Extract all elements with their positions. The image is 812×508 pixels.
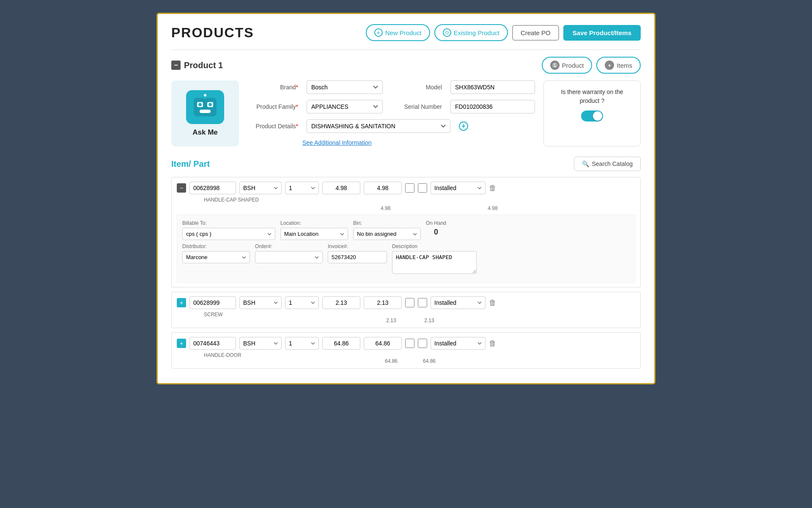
spacer3 — [190, 358, 372, 364]
distributor-select[interactable]: Marcone — [182, 251, 250, 263]
items-btn-label: Items — [617, 62, 632, 69]
add-details-button[interactable]: + — [459, 121, 468, 131]
new-product-button[interactable]: + New Product — [366, 24, 430, 41]
item-3-price2-input[interactable] — [364, 337, 402, 350]
item-2-delete-button[interactable]: 🗑 — [489, 298, 497, 307]
search-catalog-icon: 🔍 — [582, 160, 589, 167]
model-label: Model — [391, 84, 442, 91]
product-title-area: − Product 1 — [171, 61, 223, 70]
distributor-label: Distributor: — [182, 243, 250, 249]
invoice-input[interactable] — [328, 251, 387, 263]
family-select[interactable]: APPLIANCES — [307, 100, 383, 113]
create-po-label: Create PO — [521, 29, 551, 36]
header: PRODUCTS + New Product ⊙ Existing Produc… — [171, 24, 641, 41]
item-1-label: HANDLE-CAP SHAPED — [204, 197, 259, 203]
item-3-p1-sub: 64.86 — [372, 358, 410, 364]
svg-point-4 — [208, 103, 212, 106]
item-3-brand-select[interactable]: BSH — [239, 337, 282, 350]
order-select[interactable] — [255, 251, 323, 263]
item-row-3: + BSH 1 Installed Returned Used 🗑 HANDLE… — [171, 332, 641, 369]
item-1-price-subs: 4.98 4.98 — [190, 205, 635, 211]
item-2-expand-button[interactable]: + — [177, 298, 186, 307]
order-field: Order#: — [255, 243, 323, 263]
see-additional-row: See Additional Information — [247, 139, 535, 146]
item-part-header: Item/ Part 🔍 Search Catalog — [171, 157, 641, 171]
serial-input[interactable] — [450, 100, 535, 113]
robot-svg — [190, 94, 220, 121]
description-textarea[interactable]: HANDLE-CAP SHAPED — [392, 251, 477, 274]
item-3-p2-sub: 64.86 — [410, 358, 448, 364]
search-circle-icon: ⊙ — [443, 28, 451, 37]
location-select[interactable]: Main Location — [280, 228, 348, 240]
item-3-status-select[interactable]: Installed Returned Used — [431, 337, 486, 350]
svg-point-7 — [204, 94, 206, 97]
see-additional-link[interactable]: See Additional Information — [302, 139, 371, 146]
create-po-button[interactable]: Create PO — [512, 25, 559, 41]
details-row: Product Details* DISHWASHING & SANITATIO… — [247, 119, 535, 133]
product-button[interactable]: ① Product — [542, 57, 593, 74]
item-3-number-input[interactable] — [189, 337, 236, 350]
items-button[interactable]: + Items — [596, 57, 641, 74]
product-title: Product 1 — [184, 61, 223, 70]
item-3-expand-button[interactable]: + — [177, 339, 186, 348]
item-1-detail-row2: Distributor: Marcone Order#: Invoice#: — [182, 243, 630, 274]
details-required: * — [296, 123, 298, 130]
existing-product-button[interactable]: ⊙ Existing Product — [434, 24, 508, 41]
item-1-status-select[interactable]: Installed Returned Used — [431, 182, 486, 194]
item-1-number-input[interactable] — [189, 182, 236, 194]
page-title: PRODUCTS — [171, 25, 254, 41]
location-field: Location: Main Location — [280, 220, 348, 240]
header-divider — [171, 50, 641, 50]
item-1-checkbox1[interactable] — [405, 183, 414, 193]
item-3-sublabels: HANDLE-DOOR — [190, 352, 635, 358]
item-2-qty-select[interactable]: 1 — [285, 296, 319, 309]
on-hand-field: On Hand 0 — [426, 220, 446, 237]
item-3-top: + BSH 1 Installed Returned Used 🗑 — [177, 337, 635, 350]
item-2-price1-input[interactable] — [322, 296, 360, 309]
item-1-collapse-button[interactable]: − — [177, 183, 186, 193]
item-3-checkbox1[interactable] — [405, 339, 414, 348]
header-buttons: + New Product ⊙ Existing Product Create … — [366, 24, 641, 41]
item-1-p2-sub: 4.98 — [488, 205, 497, 211]
item-1-checkbox2[interactable] — [418, 183, 427, 193]
item-1-qty-select[interactable]: 1 — [285, 182, 319, 194]
item-3-qty-select[interactable]: 1 — [285, 337, 319, 350]
item-2-checkbox1[interactable] — [405, 298, 414, 307]
item-1-price1-input[interactable] — [322, 182, 360, 194]
search-catalog-button[interactable]: 🔍 Search Catalog — [574, 157, 641, 171]
family-required: * — [296, 103, 298, 110]
item-2-number-input[interactable] — [189, 296, 236, 309]
svg-rect-5 — [200, 110, 211, 113]
item-1-top: − BSH 1 Installed Returned Used 🗑 — [177, 182, 635, 194]
item-1-price2-input[interactable] — [364, 182, 402, 194]
robot-icon-box — [186, 90, 224, 124]
plus-circle-icon: + — [374, 28, 383, 37]
svg-point-3 — [198, 103, 202, 106]
item-2-checkbox2[interactable] — [418, 298, 427, 307]
brand-select[interactable]: Bosch — [307, 80, 383, 94]
item-3-price1-input[interactable] — [322, 337, 360, 350]
item-2-status-select[interactable]: Installed Returned Used — [431, 296, 486, 309]
product-circle-icon: ① — [550, 61, 560, 70]
section-buttons: ① Product + Items — [542, 57, 641, 74]
model-input[interactable] — [450, 80, 535, 94]
item-1-delete-button[interactable]: 🗑 — [489, 184, 497, 193]
item-1-brand-select[interactable]: BSH — [239, 182, 282, 194]
item-3-checkbox2[interactable] — [418, 339, 427, 348]
item-row-1: − BSH 1 Installed Returned Used 🗑 HANDLE… — [171, 177, 641, 287]
details-select[interactable]: DISHWASHING & SANITATION — [307, 119, 450, 133]
invoice-label: Invoice#: — [328, 243, 387, 249]
item-3-delete-button[interactable]: 🗑 — [489, 339, 497, 348]
collapse-product-button[interactable]: − — [171, 61, 181, 70]
save-button[interactable]: Save Product/Items — [563, 25, 641, 41]
order-label: Order#: — [255, 243, 323, 249]
bin-select[interactable]: No bin assigned — [353, 228, 421, 240]
location-label: Location: — [280, 220, 348, 226]
main-container: PRODUCTS + New Product ⊙ Existing Produc… — [156, 13, 656, 384]
bin-field: Bin: No bin assigned — [353, 220, 421, 240]
item-2-price2-input[interactable] — [364, 296, 402, 309]
ask-me-box: Ask Me — [171, 80, 239, 146]
billable-to-select[interactable]: cps ( cps ) — [182, 228, 275, 240]
warranty-toggle[interactable] — [581, 110, 603, 121]
item-2-brand-select[interactable]: BSH — [239, 296, 282, 309]
